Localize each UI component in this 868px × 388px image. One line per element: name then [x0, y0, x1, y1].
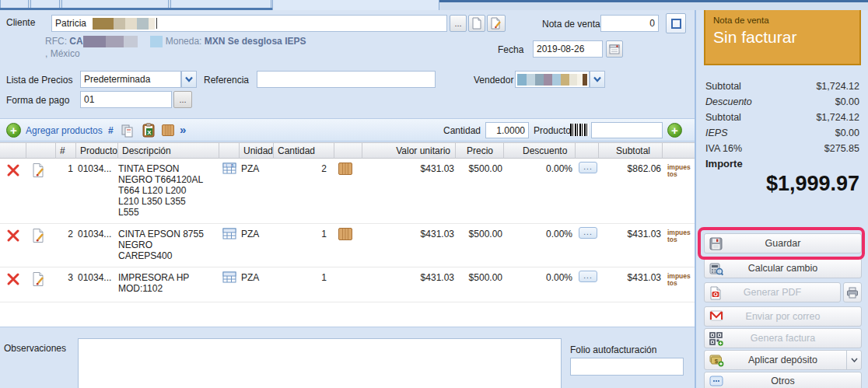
print-button[interactable] [843, 282, 862, 302]
edit-row-button[interactable] [31, 228, 47, 243]
panel-divider [695, 2, 696, 388]
delete-row-button[interactable] [6, 229, 20, 243]
col-subtotal-header[interactable]: Subtotal [599, 143, 663, 159]
genera-factura-label: Genera factura [751, 333, 815, 344]
col-valor-header[interactable]: Valor unitario [362, 143, 456, 159]
row-valor-unitario: $431.03 [364, 272, 454, 283]
cliente-search-button[interactable]: ... [450, 15, 467, 32]
fecha-calendar-button[interactable] [606, 40, 623, 58]
import-excel-button[interactable]: X [142, 123, 156, 141]
redaction-block [535, 74, 544, 86]
agregar-productos-link[interactable]: Agregar productos [26, 125, 103, 136]
row-impuestos-link[interactable]: impuestos [667, 273, 691, 287]
col-descuento-header[interactable]: Descuento [504, 143, 576, 159]
generar-pdf-button[interactable]: Generar PDF [704, 282, 841, 302]
fecha-input[interactable] [533, 40, 603, 58]
observaciones-textarea[interactable] [78, 338, 562, 388]
row-impuestos-link[interactable]: impuestos [667, 164, 691, 178]
redaction-block [137, 18, 149, 30]
row-valor-unitario: $431.03 [364, 163, 454, 174]
delete-row-button[interactable] [6, 163, 20, 177]
cantidad-input[interactable] [485, 122, 529, 138]
new-document-icon [471, 17, 482, 30]
redaction-block [83, 36, 106, 47]
folio-autofacturacion-input[interactable] [570, 358, 684, 376]
lista-precios-label: Lista de Precios [6, 75, 72, 86]
col-unidad-header[interactable]: Unidad [240, 143, 274, 159]
variants-grid-button[interactable] [222, 271, 241, 285]
col-precio-header[interactable]: Precio [456, 143, 504, 159]
aplicar-deposito-label: Aplicar depósito [748, 355, 817, 365]
guardar-button[interactable]: Guardar [704, 233, 862, 253]
row-cantidad: 1 [274, 229, 327, 239]
forma-pago-search-button[interactable]: ... [173, 91, 192, 108]
tab-stub[interactable] [61, 0, 169, 8]
row-options-button[interactable]: ... [579, 227, 597, 239]
tab-active[interactable] [272, 0, 439, 10]
row-impuestos-link[interactable]: impuestos [667, 229, 691, 243]
genera-factura-button[interactable]: Genera factura [704, 328, 862, 348]
save-icon [709, 237, 723, 253]
tab-stub[interactable] [170, 0, 271, 8]
lista-precios-select[interactable]: Predeterminada [80, 71, 181, 88]
moneda-label: Moneda: [166, 36, 202, 47]
col-descripcion-header[interactable]: Descripción [118, 143, 219, 159]
col-producto-header[interactable]: Producto [76, 143, 118, 159]
box-icon [338, 162, 353, 176]
row-package-button[interactable] [338, 162, 366, 178]
vendedor-select[interactable] [515, 71, 590, 88]
row-descripcion: IMPRESORA HP MOD:1102 [118, 272, 205, 294]
status-title: Nota de venta [713, 16, 852, 25]
row-options-button[interactable]: ... [579, 271, 597, 282]
col-delete-header [0, 143, 26, 159]
add-products-icon[interactable]: + [6, 123, 21, 138]
otros-button[interactable]: Otros [704, 372, 862, 388]
copy-rows-button[interactable] [121, 124, 135, 140]
vendedor-dropdown-button[interactable] [590, 71, 605, 88]
enviar-correo-button[interactable]: Enviar por correo [704, 306, 862, 327]
box-icon [338, 227, 353, 241]
barcode-icon [570, 124, 589, 136]
products-table: # Producto Descripción Unidad Cantidad V… [0, 142, 695, 327]
box-icon [161, 124, 175, 137]
tab-stub[interactable] [30, 0, 60, 8]
delete-icon [6, 229, 20, 243]
total-row: Subtotal $1,724.12 [705, 81, 859, 95]
cliente-input[interactable]: Patricia [51, 15, 447, 32]
producto-input[interactable] [591, 122, 663, 138]
packages-button[interactable] [161, 124, 175, 139]
nota-de-venta-input[interactable] [600, 15, 659, 32]
lista-precios-dropdown-button[interactable] [181, 71, 197, 88]
row-package-button[interactable] [338, 227, 366, 243]
grid-icon [222, 228, 236, 239]
add-product-button[interactable]: + [667, 123, 682, 138]
row-unidad: PZA [241, 163, 274, 174]
edit-row-button[interactable] [31, 163, 47, 178]
row-unidad: PZA [241, 272, 274, 283]
forma-pago-input[interactable] [80, 91, 172, 108]
more-tools-button[interactable]: » [180, 123, 186, 136]
edit-client-button[interactable] [487, 15, 506, 32]
hash-button[interactable]: # [108, 125, 114, 136]
rfc-label: RFC: [45, 36, 67, 47]
col-cantidad-header[interactable]: Cantidad [274, 143, 334, 159]
row-subtotal: $862.06 [600, 163, 661, 174]
deposito-dropdown-button[interactable] [846, 351, 861, 369]
redaction-block [569, 74, 577, 86]
tab-stub[interactable] [0, 0, 29, 8]
calcular-cambio-button[interactable]: Calcular cambio [704, 258, 862, 278]
row-options-button[interactable]: ... [579, 162, 597, 173]
variants-grid-button[interactable] [222, 228, 241, 242]
variants-grid-button[interactable]: I B [222, 163, 241, 177]
aplicar-deposito-button[interactable]: $ Aplicar depósito [704, 350, 862, 370]
delete-row-button[interactable] [6, 272, 20, 286]
tab-underline [0, 8, 272, 10]
referencia-input[interactable] [257, 71, 436, 88]
row-precio: $500.00 [457, 272, 502, 283]
new-client-button[interactable] [468, 15, 485, 32]
cliente-value: Patricia [55, 18, 86, 29]
col-num-header[interactable]: # [56, 143, 76, 159]
summary-panel: Nota de venta Sin facturar Subtotal $1,7… [698, 0, 868, 388]
edit-row-button[interactable] [31, 271, 47, 287]
maximize-button[interactable] [666, 13, 686, 33]
